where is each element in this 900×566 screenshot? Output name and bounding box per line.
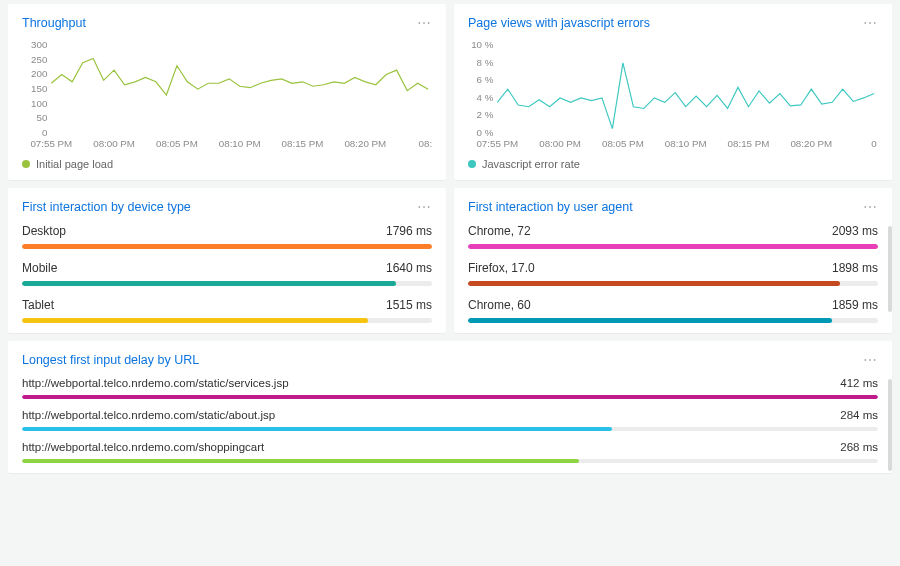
bar-row[interactable]: http://webportal.telco.nrdemo.com/static… — [22, 409, 878, 431]
bar-track — [22, 395, 878, 399]
bar-fill — [468, 318, 832, 323]
bar-track — [468, 281, 878, 286]
svg-text:08:15 PM: 08:15 PM — [282, 138, 324, 149]
svg-text:150: 150 — [31, 83, 48, 94]
svg-text:100: 100 — [31, 98, 48, 109]
bar-value: 1640 ms — [386, 261, 432, 275]
bar-value: 1859 ms — [832, 298, 878, 312]
more-icon[interactable]: ⋯ — [863, 353, 878, 367]
bar-row[interactable]: Firefox, 17.0 1898 ms — [468, 261, 878, 286]
legend: Initial page load — [22, 158, 432, 170]
bar-list-url: http://webportal.telco.nrdemo.com/static… — [22, 377, 878, 463]
bar-row[interactable]: Mobile 1640 ms — [22, 261, 432, 286]
bar-value: 1515 ms — [386, 298, 432, 312]
bar-row[interactable]: http://webportal.telco.nrdemo.com/static… — [22, 377, 878, 399]
bar-label: Mobile — [22, 261, 57, 275]
panel-title[interactable]: Longest first input delay by URL — [22, 353, 199, 367]
bar-track — [22, 281, 432, 286]
bar-label: http://webportal.telco.nrdemo.com/shoppi… — [22, 441, 264, 453]
svg-text:250: 250 — [31, 54, 48, 65]
bar-label: Desktop — [22, 224, 66, 238]
bar-track — [468, 244, 878, 249]
bar-fill — [22, 281, 396, 286]
panel-url: Longest first input delay by URL ⋯ http:… — [8, 341, 892, 473]
svg-text:6 %: 6 % — [477, 74, 494, 85]
bar-track — [22, 244, 432, 249]
bar-value: 284 ms — [840, 409, 878, 421]
svg-text:300: 300 — [31, 40, 48, 50]
svg-text:08:10 PM: 08:10 PM — [219, 138, 261, 149]
legend-dot-icon — [468, 160, 476, 168]
bar-row[interactable]: Chrome, 60 1859 ms — [468, 298, 878, 323]
svg-text:07:55 PM: 07:55 PM — [476, 138, 518, 149]
bar-value: 2093 ms — [832, 224, 878, 238]
svg-text:2 %: 2 % — [477, 109, 494, 120]
svg-text:08:20 PM: 08:20 PM — [790, 138, 832, 149]
bar-fill — [22, 427, 612, 431]
svg-text:08:00 PM: 08:00 PM — [93, 138, 135, 149]
legend: Javascript error rate — [468, 158, 878, 170]
bar-label: Chrome, 60 — [468, 298, 531, 312]
bar-fill — [22, 395, 878, 399]
bar-value: 268 ms — [840, 441, 878, 453]
svg-text:08:05 PM: 08:05 PM — [156, 138, 198, 149]
more-icon[interactable]: ⋯ — [417, 200, 432, 214]
bar-track — [22, 318, 432, 323]
bar-label: http://webportal.telco.nrdemo.com/static… — [22, 377, 289, 389]
bar-label: http://webportal.telco.nrdemo.com/static… — [22, 409, 275, 421]
svg-text:8 %: 8 % — [477, 57, 494, 68]
svg-text:08:00 PM: 08:00 PM — [539, 138, 581, 149]
panel-errors: Page views with javascript errors ⋯ 0 %2… — [454, 4, 892, 180]
more-icon[interactable]: ⋯ — [417, 16, 432, 30]
bar-value: 1796 ms — [386, 224, 432, 238]
svg-text:4 %: 4 % — [477, 92, 494, 103]
bar-fill — [22, 459, 579, 463]
panel-title[interactable]: Throughput — [22, 16, 86, 30]
bar-fill — [468, 281, 840, 286]
more-icon[interactable]: ⋯ — [863, 16, 878, 30]
bar-row[interactable]: Tablet 1515 ms — [22, 298, 432, 323]
bar-row[interactable]: Chrome, 72 2093 ms — [468, 224, 878, 249]
bar-track — [22, 459, 878, 463]
chart-throughput[interactable]: 05010015020025030007:55 PM08:00 PM08:05 … — [22, 40, 432, 150]
bar-label: Firefox, 17.0 — [468, 261, 535, 275]
svg-text:0: 0 — [871, 138, 877, 149]
svg-text:0 %: 0 % — [477, 127, 494, 138]
bar-row[interactable]: http://webportal.telco.nrdemo.com/shoppi… — [22, 441, 878, 463]
bar-track — [22, 427, 878, 431]
panel-agent: First interaction by user agent ⋯ Chrome… — [454, 188, 892, 333]
more-icon[interactable]: ⋯ — [863, 200, 878, 214]
legend-label: Javascript error rate — [482, 158, 580, 170]
bar-list-device: Desktop 1796 ms Mobile 1640 ms Tablet 15… — [22, 224, 432, 323]
panel-title[interactable]: First interaction by user agent — [468, 200, 633, 214]
bar-value: 412 ms — [840, 377, 878, 389]
svg-text:0: 0 — [42, 127, 48, 138]
svg-text:08:20 PM: 08:20 PM — [344, 138, 386, 149]
panel-title[interactable]: Page views with javascript errors — [468, 16, 650, 30]
svg-text:08:15 PM: 08:15 PM — [728, 138, 770, 149]
bar-list-agent: Chrome, 72 2093 ms Firefox, 17.0 1898 ms… — [468, 224, 878, 323]
legend-dot-icon — [22, 160, 30, 168]
svg-text:08:2: 08:2 — [419, 138, 432, 149]
svg-text:50: 50 — [37, 112, 48, 123]
bar-label: Tablet — [22, 298, 54, 312]
bar-fill — [22, 318, 368, 323]
bar-value: 1898 ms — [832, 261, 878, 275]
svg-text:10 %: 10 % — [471, 40, 494, 50]
bar-label: Chrome, 72 — [468, 224, 531, 238]
bar-track — [468, 318, 878, 323]
panel-title[interactable]: First interaction by device type — [22, 200, 191, 214]
svg-text:08:05 PM: 08:05 PM — [602, 138, 644, 149]
legend-label: Initial page load — [36, 158, 113, 170]
chart-errors[interactable]: 0 %2 %4 %6 %8 %10 %07:55 PM08:00 PM08:05… — [468, 40, 878, 150]
bar-fill — [22, 244, 432, 249]
svg-text:200: 200 — [31, 68, 48, 79]
svg-text:08:10 PM: 08:10 PM — [665, 138, 707, 149]
panel-throughput: Throughput ⋯ 05010015020025030007:55 PM0… — [8, 4, 446, 180]
bar-fill — [468, 244, 878, 249]
panel-device: First interaction by device type ⋯ Deskt… — [8, 188, 446, 333]
svg-text:07:55 PM: 07:55 PM — [30, 138, 72, 149]
bar-row[interactable]: Desktop 1796 ms — [22, 224, 432, 249]
